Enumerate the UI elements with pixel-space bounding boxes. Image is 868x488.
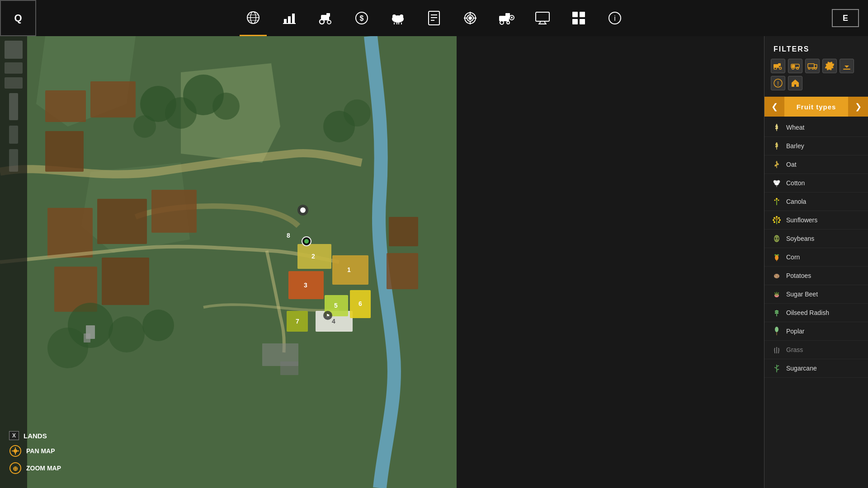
vehicle-filter-btn[interactable] bbox=[788, 59, 802, 73]
zoom-icon: ⊕ bbox=[9, 462, 22, 474]
fruit-label-sugar-beet: Sugar Beet bbox=[786, 291, 818, 298]
svg-point-138 bbox=[779, 219, 781, 221]
svg-point-156 bbox=[775, 327, 778, 332]
gear-filter-btn[interactable] bbox=[822, 59, 837, 73]
gear-tractor-icon[interactable] bbox=[493, 0, 520, 36]
fruit-item-sugar-beet[interactable]: Sugar Beet bbox=[764, 285, 868, 304]
svg-text:⚑: ⚑ bbox=[326, 313, 330, 318]
bottom-controls: X LANDS PAN MAP ⊕ bbox=[9, 431, 61, 479]
svg-point-150 bbox=[775, 275, 776, 276]
fruit-label-wheat: Wheat bbox=[786, 124, 804, 131]
pan-icon bbox=[9, 445, 22, 457]
info-icon[interactable]: i bbox=[601, 0, 628, 36]
tractor-filter-btn[interactable] bbox=[771, 59, 785, 73]
svg-rect-53 bbox=[47, 208, 93, 258]
map-canvas: 1 2 3 4 5 6 7 8 bbox=[0, 36, 457, 488]
left-strip bbox=[0, 36, 27, 488]
fruit-prev-button[interactable]: ❮ bbox=[764, 97, 784, 117]
fruit-icon-wheat bbox=[772, 122, 782, 132]
globe-icon[interactable] bbox=[240, 0, 267, 36]
svg-rect-112 bbox=[843, 69, 850, 70]
svg-point-38 bbox=[511, 17, 513, 19]
fruit-icon-poplar bbox=[772, 326, 782, 336]
fruit-item-wheat[interactable]: Wheat bbox=[764, 118, 868, 137]
fruit-item-barley[interactable]: Barley bbox=[764, 137, 868, 155]
svg-rect-46 bbox=[580, 19, 585, 24]
fruit-item-cotton[interactable]: Cotton bbox=[764, 174, 868, 192]
pan-map-button[interactable]: PAN MAP bbox=[9, 445, 61, 457]
svg-text:⊕: ⊕ bbox=[13, 465, 18, 472]
fruit-item-corn[interactable]: Corn bbox=[764, 248, 868, 267]
svg-point-135 bbox=[775, 218, 778, 221]
svg-point-36 bbox=[507, 21, 509, 24]
svg-point-116 bbox=[775, 127, 778, 129]
document-icon[interactable] bbox=[420, 0, 448, 36]
svg-rect-101 bbox=[778, 63, 781, 66]
truck-filter-btn[interactable] bbox=[805, 59, 820, 73]
fruit-label-sunflowers: Sunflowers bbox=[786, 216, 817, 224]
zoom-map-label: ZOOM MAP bbox=[26, 465, 61, 472]
fruit-label-cotton: Cotton bbox=[786, 179, 805, 187]
svg-point-128 bbox=[774, 180, 776, 183]
svg-point-28 bbox=[469, 17, 472, 19]
fruit-item-sugarcane[interactable]: Sugarcane bbox=[764, 359, 868, 378]
svg-rect-54 bbox=[97, 199, 147, 244]
fruit-icon-sugarcane bbox=[772, 363, 782, 373]
dollar-icon[interactable]: $ bbox=[348, 0, 375, 36]
zoom-map-button[interactable]: ⊕ ZOOM MAP bbox=[9, 462, 61, 474]
fruit-item-poplar[interactable]: Poplar bbox=[764, 322, 868, 341]
fruit-icon-soybeans bbox=[772, 234, 782, 244]
fruit-label-soybeans: Soybeans bbox=[786, 235, 814, 242]
target-icon[interactable] bbox=[457, 0, 484, 36]
svg-point-132 bbox=[776, 198, 778, 200]
svg-point-89 bbox=[300, 207, 306, 213]
fruit-item-canola[interactable]: Canola bbox=[764, 192, 868, 211]
svg-point-70 bbox=[47, 328, 88, 368]
svg-point-151 bbox=[777, 277, 778, 277]
svg-point-17 bbox=[400, 14, 403, 18]
monitor-icon[interactable] bbox=[529, 0, 556, 36]
house-filter-btn[interactable] bbox=[788, 76, 802, 90]
svg-point-111 bbox=[815, 68, 816, 70]
fruit-icon-barley bbox=[772, 141, 782, 151]
svg-text:$: $ bbox=[360, 14, 364, 22]
fruit-nav: ❮ Fruit types ❯ bbox=[764, 97, 868, 117]
fruit-next-button[interactable]: ❯ bbox=[848, 97, 868, 117]
e-button[interactable]: E bbox=[832, 9, 859, 27]
svg-rect-39 bbox=[536, 12, 549, 21]
blocks-icon[interactable] bbox=[565, 0, 592, 36]
svg-point-122 bbox=[776, 143, 778, 144]
svg-point-142 bbox=[774, 221, 775, 223]
fruit-label-oat: Oat bbox=[786, 161, 797, 168]
fruit-type-list: WheatBarleyOatCottonCanolaSunflowersSoyb… bbox=[764, 117, 868, 380]
alert-filter-btn[interactable]: ! bbox=[771, 76, 785, 90]
toolbar-icons: $ bbox=[36, 0, 832, 36]
lands-toggle[interactable]: X LANDS bbox=[9, 431, 61, 440]
fruit-item-oat[interactable]: Oat bbox=[764, 155, 868, 174]
svg-rect-95 bbox=[84, 333, 90, 343]
chart-icon[interactable] bbox=[276, 0, 303, 36]
fruit-item-oilseed-radish[interactable]: Oilseed Radish bbox=[764, 304, 868, 322]
map-area[interactable]: 1 2 3 4 5 6 7 8 bbox=[0, 36, 457, 488]
fruit-item-grass[interactable]: Grass bbox=[764, 341, 868, 359]
svg-point-139 bbox=[778, 221, 780, 223]
svg-point-118 bbox=[776, 125, 778, 126]
tractor-icon[interactable] bbox=[312, 0, 339, 36]
fruit-item-potatoes[interactable]: Potatoes bbox=[764, 267, 868, 285]
svg-point-146 bbox=[775, 239, 778, 241]
fruit-label-oilseed-radish: Oilseed Radish bbox=[786, 309, 829, 316]
svg-point-136 bbox=[776, 216, 778, 218]
toolbar: Q bbox=[0, 0, 868, 36]
download-filter-btn[interactable] bbox=[840, 59, 854, 73]
cow-icon[interactable] bbox=[384, 0, 411, 36]
fruit-label-sugarcane: Sugarcane bbox=[786, 365, 817, 372]
svg-point-134 bbox=[778, 200, 779, 201]
svg-rect-87 bbox=[280, 361, 298, 375]
fruit-item-soybeans[interactable]: Soybeans bbox=[764, 230, 868, 248]
svg-text:!: ! bbox=[777, 80, 779, 87]
q-button[interactable]: Q bbox=[0, 0, 36, 36]
lands-badge[interactable]: X bbox=[9, 431, 19, 440]
svg-point-137 bbox=[778, 217, 780, 219]
fruit-item-sunflowers[interactable]: Sunflowers bbox=[764, 211, 868, 230]
svg-rect-107 bbox=[792, 65, 795, 67]
